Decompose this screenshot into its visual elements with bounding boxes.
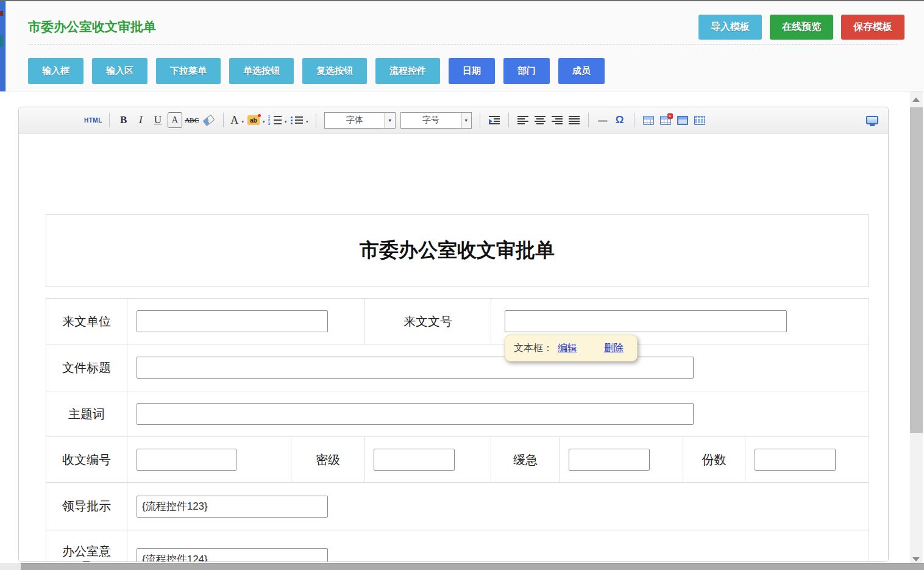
chevron-down-icon [461,113,471,128]
form-title-cell: 市委办公室收文审批单 [46,214,869,287]
strikethrough-button[interactable]: ABC [185,112,199,128]
palette-radio-button[interactable]: 单选按钮 [229,58,294,84]
font-family-select[interactable]: 字体 [324,112,396,129]
import-template-button[interactable]: 导入模板 [698,15,762,40]
palette-process-control-button[interactable]: 流程控件 [375,58,440,84]
font-size-select[interactable]: 字号 [400,112,472,129]
toolbar-separator [634,113,634,127]
align-center-button[interactable] [533,112,547,128]
underline-button[interactable]: U [151,112,165,128]
incoming-unit-input[interactable] [137,310,328,332]
scroll-down-icon[interactable] [912,557,920,561]
field-label: 收文编号 [46,437,127,483]
field-label: 密级 [291,437,365,483]
bold-button[interactable]: B [116,112,131,128]
toolbar-separator [588,113,589,127]
palette-member-button[interactable]: 成员 [558,58,605,84]
horizontal-scrollbar-thumb[interactable] [0,563,924,570]
align-center-icon [535,116,546,124]
chevron-down-icon [241,115,244,126]
italic-button[interactable]: I [133,112,148,128]
page-title: 市委办公室收文审批单 [28,18,156,35]
editor-panel: HTML B I U A ABC A ab 1 2 3 [18,107,889,562]
horizontal-rule-button[interactable]: — [595,112,610,128]
font-color-button[interactable]: A [230,112,245,128]
highlight-color-button[interactable]: ab [247,112,266,128]
table-icon [643,116,654,125]
table-cell-properties-button[interactable] [675,112,690,128]
incoming-doc-number-input[interactable] [505,310,787,332]
office-opinion-input[interactable] [137,548,328,562]
header-actions: 导入模板 在线预览 保存模板 [698,15,904,40]
save-template-button[interactable]: 保存模板 [841,15,904,40]
palette-dropdown-button[interactable]: 下拉菜单 [156,58,221,84]
field-label: 办公室意见 [61,544,112,562]
align-justify-button[interactable] [567,112,581,128]
fullscreen-button[interactable] [865,112,880,128]
align-right-icon [552,116,563,124]
palette-checkbox-button[interactable]: 复选按钮 [302,58,367,84]
special-character-button[interactable]: Ω [613,112,627,128]
chevron-down-icon [262,115,266,126]
field-label: 文件标题 [46,344,127,391]
table-row: 文件标题 [46,344,869,391]
header-divider [28,44,897,45]
field-tooltip: 文本框： 编辑 删除 [505,335,638,362]
palette-textarea-button[interactable]: 输入区 [92,58,147,84]
table-row: 主题词 [46,391,869,437]
editor-canvas[interactable]: 市委办公室收文审批单 来文单位 来文文号 文件标题 主 [19,134,888,562]
field-label: 主题词 [46,391,127,437]
vertical-scrollbar[interactable] [910,91,923,570]
table-row: 办公室意见 [46,530,869,563]
window-edge-artifact [0,35,3,47]
field-label: 领导批示 [46,483,127,530]
toolbar-separator [508,113,509,127]
leader-instructions-input[interactable] [137,496,328,518]
palette-date-button[interactable]: 日期 [449,58,495,84]
indent-icon [489,116,500,124]
left-edge-strip [0,1,5,91]
align-left-button[interactable] [516,112,530,128]
toolbar-separator [316,113,316,127]
chevron-down-icon [385,113,395,128]
font-style-button[interactable]: A [168,112,182,128]
remove-format-button[interactable] [202,112,216,128]
urgency-input[interactable] [569,449,650,471]
field-palette: 输入框 输入区 下拉菜单 单选按钮 复选按钮 流程控件 日期 部门 成员 [28,58,605,84]
align-justify-icon [569,116,580,124]
table-row: 来文单位 来文文号 [46,299,869,344]
field-label: 缓急 [491,437,560,483]
delete-table-button[interactable] [658,112,673,128]
ordered-list-button[interactable]: 1 2 3 [268,112,288,128]
edit-field-link[interactable]: 编辑 [558,342,577,355]
table-delete-icon [660,116,671,125]
security-level-input[interactable] [374,449,455,471]
unordered-list-button[interactable] [290,112,309,128]
tooltip-field-type: 文本框： [514,342,553,355]
indent-button[interactable] [487,112,502,128]
palette-input-box-button[interactable]: 输入框 [28,58,84,84]
table-row: 收文编号 密级 缓急 份数 [46,437,869,483]
monitor-icon [866,116,878,124]
field-label: 来文文号 [365,299,491,344]
table-properties-button[interactable] [692,112,707,128]
chevron-down-icon [305,115,309,126]
table-row: 领导批示 [46,483,869,530]
window-edge-artifact [0,11,3,16]
scrollbar-thumb[interactable] [910,107,923,433]
online-preview-button[interactable]: 在线预览 [770,15,833,40]
insert-table-button[interactable] [641,112,656,128]
copies-count-input[interactable] [755,449,836,471]
html-source-button[interactable]: HTML [84,112,102,128]
scroll-up-icon[interactable] [912,98,920,102]
table-frame-icon [677,116,688,125]
receipt-number-input[interactable] [137,449,236,471]
delete-field-link[interactable]: 删除 [604,342,624,355]
align-right-button[interactable] [550,112,564,128]
editor-toolbar: HTML B I U A ABC A ab 1 2 3 [19,107,888,134]
subject-words-input[interactable] [137,403,694,425]
screen: 市委办公室收文审批单 导入模板 在线预览 保存模板 输入框 输入区 下拉菜单 单… [0,0,924,570]
highlight-icon: ab [247,115,260,125]
palette-department-button[interactable]: 部门 [503,58,550,84]
window-top-edge [0,0,924,1]
